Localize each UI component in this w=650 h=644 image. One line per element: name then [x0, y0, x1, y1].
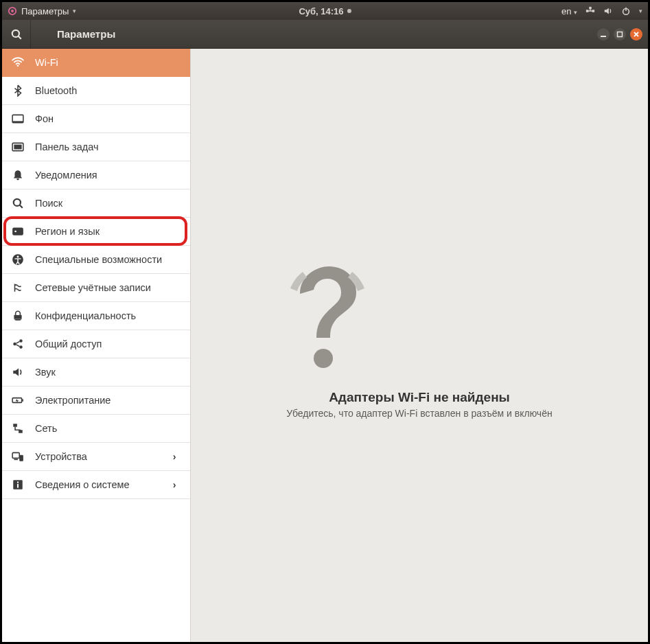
network-icon: [12, 422, 24, 435]
svg-line-8: [18, 36, 21, 38]
window-title: Параметры: [31, 28, 190, 40]
svg-rect-6: [625, 8, 626, 11]
sidebar-item-label: Сеть: [35, 423, 181, 434]
window-headerbar: Параметры: [2, 20, 648, 49]
sidebar-item-label: Уведомления: [35, 170, 181, 181]
sidebar-item-label: Специальные возможности: [35, 254, 181, 265]
notification-dot-icon: [347, 9, 351, 13]
svg-rect-9: [601, 36, 606, 37]
sidebar-item-region[interactable]: Регион и язык: [2, 218, 190, 246]
sidebar-item-label: Электропитание: [35, 395, 181, 406]
sidebar-item-accessibility[interactable]: Специальные возможности: [2, 246, 190, 274]
svg-rect-34: [17, 482, 19, 483]
svg-rect-27: [22, 399, 23, 401]
search-button[interactable]: [2, 20, 31, 49]
sidebar-item-label: Панель задач: [35, 141, 181, 152]
svg-rect-30: [12, 452, 19, 458]
sidebar-item-devices[interactable]: Устройства ›: [2, 443, 190, 471]
gnome-top-bar: Параметры ▾ Суб, 14:16 en ▾ ▾: [2, 2, 648, 20]
chevron-down-icon: ▾: [574, 9, 577, 16]
devices-icon: [12, 450, 24, 463]
svg-point-24: [19, 339, 23, 343]
network-icon[interactable]: [585, 6, 595, 16]
sidebar-item-label: Общий доступ: [35, 338, 181, 349]
sidebar-item-label: Поиск: [35, 198, 181, 209]
clock[interactable]: Суб, 14:16: [299, 6, 351, 16]
empty-state-title: Адаптеры Wi-Fi не найдены: [286, 390, 552, 405]
clock-label: Суб, 14:16: [299, 6, 343, 16]
svg-rect-31: [19, 455, 23, 461]
bell-icon: [12, 169, 24, 181]
sidebar-item-label: Звук: [35, 367, 181, 378]
bluetooth-icon: [12, 84, 24, 97]
svg-point-11: [17, 65, 19, 67]
sidebar-item-bluetooth[interactable]: Bluetooth: [2, 77, 190, 105]
accessibility-icon: [12, 253, 24, 266]
svg-point-22: [17, 256, 19, 258]
svg-point-36: [314, 349, 333, 368]
svg-point-20: [14, 231, 16, 233]
sidebar-item-notifications[interactable]: Уведомления: [2, 161, 190, 189]
svg-point-25: [19, 345, 23, 349]
sidebar-item-label: Фон: [35, 113, 181, 124]
info-icon: [12, 479, 24, 491]
chevron-right-icon: ›: [168, 451, 181, 462]
power-battery-icon: [12, 394, 24, 406]
dock-icon: [12, 141, 24, 153]
power-icon[interactable]: [621, 6, 631, 16]
sidebar-item-label: Сетевые учётные записи: [35, 282, 181, 293]
minimize-button[interactable]: [597, 28, 610, 41]
svg-point-23: [13, 343, 16, 346]
svg-rect-19: [12, 227, 23, 235]
question-mark-icon: [286, 261, 552, 378]
empty-state-subtitle: Убедитесь, что адаптер Wi-Fi вставлен в …: [286, 408, 552, 419]
sidebar-item-sound[interactable]: Звук: [2, 358, 190, 387]
sidebar-item-wifi[interactable]: Wi-Fi: [2, 49, 190, 77]
sound-icon: [12, 366, 24, 378]
svg-rect-10: [618, 32, 623, 36]
sidebar-item-sharing[interactable]: Общий доступ: [2, 330, 190, 358]
keyboard-layout-label: en: [561, 6, 571, 16]
svg-point-1: [11, 10, 14, 12]
sidebar-item-background[interactable]: Фон: [2, 105, 190, 133]
background-icon: [12, 113, 24, 125]
sidebar-item-power[interactable]: Электропитание: [2, 387, 190, 415]
sidebar-item-privacy[interactable]: Конфиденциальность: [2, 302, 190, 330]
settings-sidebar: Wi-Fi Bluetooth Фон Панель задач Уведомл…: [2, 49, 191, 642]
svg-rect-16: [16, 179, 19, 180]
sidebar-item-dock[interactable]: Панель задач: [2, 133, 190, 161]
settings-app-icon: [8, 6, 17, 16]
svg-rect-13: [12, 121, 23, 122]
privacy-icon: [12, 310, 24, 322]
svg-point-7: [12, 30, 19, 36]
maximize-button[interactable]: [614, 28, 626, 41]
region-language-icon: [12, 225, 24, 238]
sidebar-item-about[interactable]: Сведения о системе ›: [2, 471, 190, 499]
wifi-empty-state: Адаптеры Wi-Fi не найдены Убедитесь, что…: [286, 261, 552, 419]
volume-icon[interactable]: [603, 6, 613, 16]
svg-rect-32: [14, 459, 18, 460]
sidebar-item-online-accounts[interactable]: Сетевые учётные записи: [2, 274, 190, 302]
sidebar-item-label: Регион и язык: [35, 226, 181, 237]
svg-rect-35: [17, 484, 19, 488]
app-menu-label: Параметры: [21, 6, 69, 16]
chevron-right-icon: ›: [168, 479, 181, 490]
close-button[interactable]: [630, 28, 642, 41]
svg-line-18: [20, 205, 23, 208]
svg-rect-15: [14, 145, 21, 150]
sidebar-item-network[interactable]: Сеть: [2, 415, 190, 443]
share-icon: [12, 338, 24, 350]
sidebar-item-label: Wi-Fi: [35, 57, 181, 68]
keyboard-layout-indicator[interactable]: en ▾: [561, 6, 577, 16]
sidebar-item-label: Конфиденциальность: [35, 310, 181, 321]
search-icon: [12, 197, 24, 209]
app-menu[interactable]: Параметры ▾: [8, 6, 76, 16]
chevron-down-icon: ▾: [73, 8, 76, 14]
svg-point-17: [14, 199, 21, 206]
svg-rect-28: [13, 424, 17, 427]
sidebar-item-label: Сведения о системе: [35, 479, 157, 490]
sidebar-item-label: Bluetooth: [35, 85, 181, 96]
content-pane: Адаптеры Wi-Fi не найдены Убедитесь, что…: [191, 49, 648, 642]
sidebar-item-search[interactable]: Поиск: [2, 189, 190, 218]
wifi-icon: [12, 56, 24, 69]
